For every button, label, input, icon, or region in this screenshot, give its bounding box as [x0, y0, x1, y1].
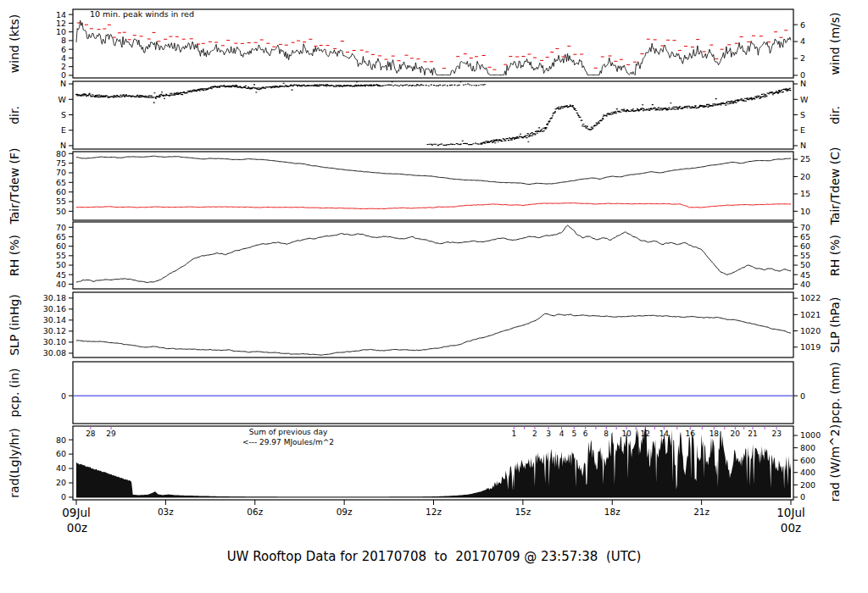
ytick-left-label-temp: 75 — [56, 158, 66, 168]
x-axis-tick-label: 12z — [426, 507, 442, 517]
meteogram-chart: 10 min. peak winds in red Sum of previou… — [0, 0, 868, 593]
x-axis-tick-label: 21z — [693, 507, 709, 517]
axis-label-left-wind: wind (kts) — [8, 14, 21, 73]
ytick-right-label-rad: 600 — [800, 456, 815, 465]
ytick-left-label-rh: 70 — [56, 223, 66, 232]
panel-border-temp — [73, 152, 793, 220]
ytick-left-label-rad: 60 — [56, 449, 66, 458]
ytick-right-label-rad: 200 — [800, 480, 815, 490]
panel-border-rh — [73, 222, 793, 289]
rad-marker-label: 4 — [559, 430, 565, 438]
ytick-left-label-wind: 10 — [56, 27, 66, 36]
ytick-left-label-dir: N — [60, 79, 66, 88]
axis-label-right-dir: dir. — [828, 106, 842, 125]
wind-peak-marks — [77, 23, 787, 69]
panel-wind: 024681012140246wind (kts)wind (m/s) — [8, 9, 842, 80]
ytick-left-label-temp: 70 — [56, 168, 66, 177]
ytick-left-label-slp: 30.18 — [43, 293, 66, 302]
uw-rooftop-meteogram-page: 10 min. peak winds in red Sum of previou… — [0, 0, 868, 593]
x-axis-end-date-label: 10Jul — [776, 506, 804, 519]
ytick-left-label-temp: 60 — [56, 187, 66, 197]
rad-sum-note-line1: Sum of previous day — [249, 428, 328, 436]
ytick-left-label-slp: 30.12 — [43, 326, 66, 335]
ytick-right-label-slp: 1022 — [800, 293, 821, 302]
ytick-left-label-rh: 55 — [56, 251, 66, 260]
wind-direction-points — [75, 82, 791, 146]
ytick-left-label-rh: 65 — [56, 232, 66, 241]
axis-label-left-temp: Tair/Tdew (F) — [8, 147, 21, 224]
series-tdew-line — [76, 203, 791, 209]
x-axis-tick-label: 18z — [604, 507, 620, 517]
ytick-left-label-temp: 55 — [56, 197, 66, 206]
ytick-right-label-rh: 70 — [800, 223, 810, 232]
axis-label-right-rad: rad (W/m^2) — [828, 424, 842, 502]
panel-border-dir — [73, 81, 793, 149]
rad-marker-label: 5 — [571, 430, 576, 438]
ytick-left-label-slp: 30.14 — [43, 315, 66, 324]
radiation-area — [76, 426, 791, 497]
ytick-left-label-temp: 65 — [56, 178, 66, 187]
ytick-left-label-dir: W — [58, 95, 67, 104]
rad-marker-label: 23 — [771, 430, 781, 438]
ytick-right-label-rh: 65 — [800, 232, 810, 241]
ytick-left-label-slp: 30.16 — [43, 304, 66, 313]
rad-marker-label: 29 — [106, 430, 116, 438]
ytick-left-label-rad: 80 — [56, 435, 66, 445]
ytick-left-label-rh: 45 — [56, 270, 66, 280]
x-axis-end-time-label: 00z — [781, 521, 801, 535]
rad-marker-label: 18 — [709, 430, 720, 438]
ytick-left-label-wind: 14 — [56, 10, 66, 19]
wind-speed-line — [76, 20, 791, 75]
panel-slp: 30.0830.1030.1230.1430.1630.181019102010… — [8, 292, 842, 357]
ytick-left-label-temp: 50 — [56, 207, 66, 216]
chart-title: UW Rooftop Data for 20170708 to 20170709… — [227, 549, 642, 564]
rad-marker-label: 10 — [621, 430, 632, 438]
series-tair-line — [76, 156, 791, 184]
axis-label-left-rh: RH (%) — [8, 235, 21, 276]
panel-rh: 4045505560657040455055606570RH (%)RH (%) — [8, 222, 842, 289]
rad-sum-note-line2: <--- 29.97 MJoules/m^2 — [242, 438, 334, 446]
x-axis-start-time-label: 00z — [67, 521, 87, 535]
ytick-right-label-rh: 60 — [800, 241, 810, 251]
ytick-right-label-rh: 40 — [800, 280, 810, 289]
axis-label-right-slp: SLP (hPa) — [828, 297, 842, 353]
ytick-right-label-rad: 400 — [800, 468, 815, 477]
rad-marker-label: 6 — [583, 430, 588, 438]
axis-label-right-temp: Tair/Tdew (C) — [828, 147, 842, 226]
axis-label-right-wind: wind (m/s) — [828, 12, 842, 75]
ytick-left-label-wind: 6 — [61, 45, 66, 54]
ytick-right-label-wind: 6 — [800, 20, 805, 30]
ytick-left-label-rad: 40 — [56, 463, 66, 473]
axis-label-left-slp: SLP (inHg) — [8, 294, 21, 356]
ytick-right-label-dir: N — [800, 79, 806, 88]
rad-marker-label: 2 — [532, 430, 537, 438]
axis-label-left-rad: rad(Lgly/hr) — [8, 428, 21, 497]
x-axis-tick-label: 06z — [247, 507, 263, 517]
ytick-left-label-temp: 80 — [56, 149, 66, 158]
ytick-right-label-pcp: 0 — [800, 391, 805, 401]
panel-border-wind — [73, 9, 793, 78]
rad-marker-label: 14 — [659, 430, 670, 438]
ytick-left-label-wind: 4 — [61, 53, 66, 63]
axis-label-left-dir: dir. — [8, 106, 21, 125]
ytick-left-label-dir: E — [61, 125, 66, 135]
ytick-left-label-wind: 12 — [56, 19, 66, 28]
rh-line — [76, 225, 791, 282]
rad-marker-label: 28 — [86, 430, 96, 438]
rad-marker-label: 16 — [686, 430, 696, 438]
x-axis-tick-label: 03z — [158, 507, 174, 517]
axis-label-left-pcp: pcp. (in) — [8, 368, 21, 417]
rad-marker-label: 3 — [546, 430, 551, 438]
ytick-right-label-temp: 25 — [800, 154, 810, 163]
ytick-right-label-dir: E — [800, 125, 805, 135]
ytick-right-label-dir: N — [800, 141, 806, 150]
ytick-left-label-wind: 8 — [61, 36, 66, 45]
ytick-left-label-rh: 50 — [56, 260, 66, 269]
ytick-right-label-temp: 15 — [800, 189, 810, 198]
ytick-left-label-slp: 30.10 — [43, 337, 66, 346]
panel-temp: 5055606570758010152025Tair/Tdew (F)Tair/… — [8, 147, 842, 226]
peak-wind-note: 10 min. peak winds in red — [90, 9, 194, 19]
ytick-right-label-rh: 50 — [800, 260, 810, 269]
rad-marker-label: 21 — [748, 430, 757, 438]
panel-border-slp — [73, 292, 793, 357]
